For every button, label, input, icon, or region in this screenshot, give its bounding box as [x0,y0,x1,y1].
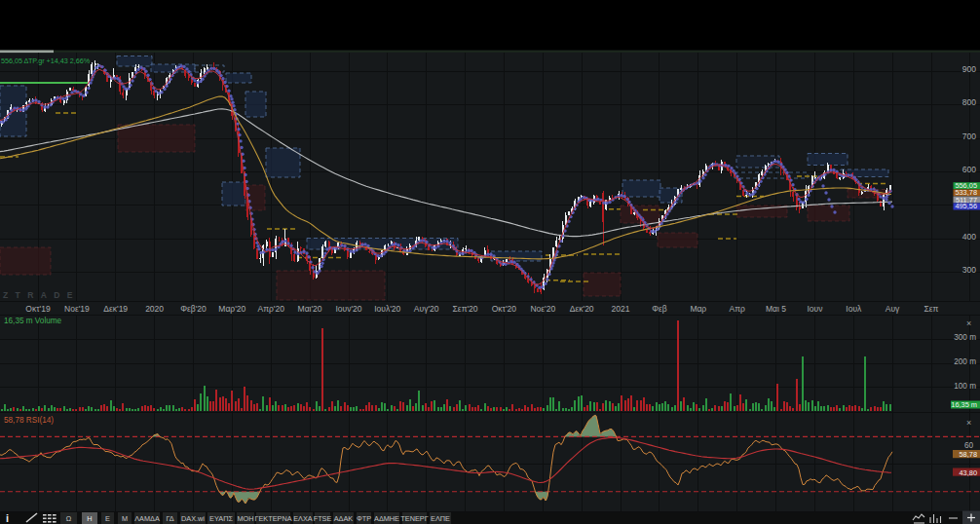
svg-text:Ιουν: Ιουν [807,304,822,314]
svg-text:58,78 RSI(14): 58,78 RSI(14) [4,416,54,425]
svg-text:Ω: Ω [66,514,72,523]
svg-text:200 m: 200 m [954,357,976,366]
svg-text:Νοε'19: Νοε'19 [64,304,90,314]
svg-text:Μαι 5: Μαι 5 [766,304,786,314]
svg-text:Δεκ'20: Δεκ'20 [570,304,594,314]
svg-text:Φεβ'20: Φεβ'20 [180,304,207,314]
svg-text:Μαρ'20: Μαρ'20 [218,304,245,314]
svg-text:43,80: 43,80 [960,468,978,477]
svg-text:Μαρ: Μαρ [690,304,706,314]
svg-text:×: × [966,418,971,428]
svg-text:300: 300 [962,265,976,275]
svg-text:600: 600 [962,165,976,174]
svg-text:i: i [6,512,9,524]
svg-text:Ιουλ: Ιουλ [846,304,862,314]
svg-text:×: × [966,318,971,328]
svg-text:Μαι'20: Μαι'20 [298,304,322,314]
svg-text:2021: 2021 [612,304,630,314]
svg-text:ZTRADE: ZTRADE [3,290,80,300]
svg-text:Απρ'20: Απρ'20 [257,304,284,314]
svg-text:Μ: Μ [122,514,128,523]
svg-text:700: 700 [962,131,976,141]
svg-text:ΕΛΧΑ: ΕΛΧΑ [293,514,313,523]
svg-text:FTSE: FTSE [314,514,332,523]
svg-text:ΑΔΜΗΕ: ΑΔΜΗΕ [374,514,399,523]
svg-text:Αυγ'20: Αυγ'20 [414,304,439,314]
svg-text:Ε: Ε [105,514,110,523]
svg-text:556,05 ΔΤΡ.gr +14,43 2,66%: 556,05 ΔΤΡ.gr +14,43 2,66% [1,56,91,65]
svg-text:ΓΕΚΤΕΡΝΑ: ΓΕΚΤΕΡΝΑ [254,514,291,523]
svg-text:800: 800 [962,97,976,107]
svg-text:Νοε'20: Νοε'20 [530,304,555,314]
svg-text:900: 900 [962,64,976,74]
svg-text:Η: Η [87,514,92,523]
svg-text:495,56: 495,56 [955,202,977,210]
svg-text:Απρ: Απρ [730,304,746,314]
svg-text:ΦΤΡ: ΦΤΡ [357,514,371,523]
svg-text:16,35 m Volume: 16,35 m Volume [4,317,62,325]
svg-text:Ιουλ'20: Ιουλ'20 [374,304,400,314]
svg-text:Σεπ'20: Σεπ'20 [453,304,478,314]
svg-text:Ιουν'20: Ιουν'20 [335,304,361,314]
svg-text:Αυγ: Αυγ [886,304,900,314]
svg-text:ΑΔΑΚ: ΑΔΑΚ [334,514,354,523]
svg-text:ΤΕΝΕΡΓ: ΤΕΝΕΡΓ [400,514,428,523]
svg-text:ΕΛΠΕ: ΕΛΠΕ [431,514,450,523]
svg-text:DAX.wi: DAX.wi [181,514,205,523]
svg-text:16,35 m: 16,35 m [951,400,977,409]
svg-text:60: 60 [964,441,974,450]
svg-text:Σεπ: Σεπ [924,304,939,314]
svg-text:100 m: 100 m [954,382,976,391]
svg-text:Οκτ'20: Οκτ'20 [492,304,517,314]
svg-text:ΜΟΗ: ΜΟΗ [237,514,253,523]
svg-text:400: 400 [962,232,976,242]
svg-text:Φεβ: Φεβ [652,304,667,314]
svg-text:ΓΔ: ΓΔ [166,514,173,523]
svg-text:300 m: 300 m [954,333,976,342]
svg-text:58,78: 58,78 [960,450,978,459]
svg-text:ΕΥΑΠΣ: ΕΥΑΠΣ [209,514,233,523]
svg-text:2020: 2020 [145,304,164,314]
svg-text:Οκτ'19: Οκτ'19 [25,304,51,314]
svg-text:Δεκ'19: Δεκ'19 [103,304,128,314]
svg-text:ΛΑΜΔΑ: ΛΑΜΔΑ [134,514,160,523]
